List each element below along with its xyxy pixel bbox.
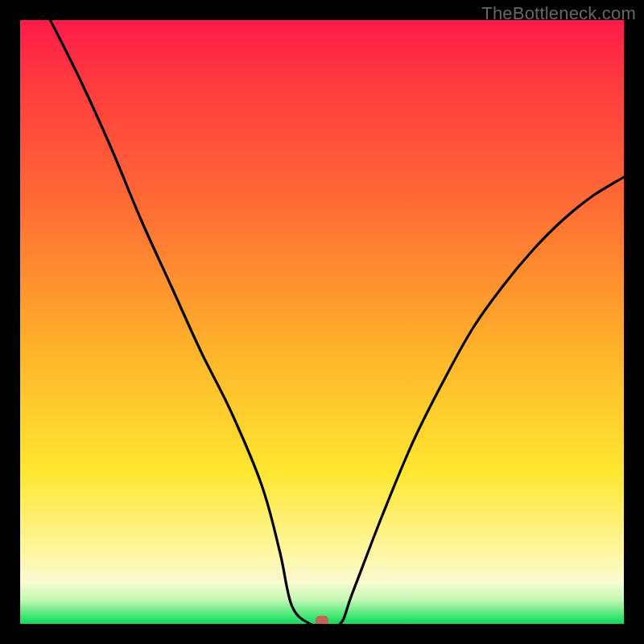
watermark-text: TheBottleneck.com: [481, 3, 636, 24]
chart-frame: TheBottleneck.com: [0, 0, 644, 644]
minimum-marker: [316, 616, 328, 624]
plot-area: [20, 20, 624, 624]
curve-path: [51, 20, 625, 624]
bottleneck-curve: [20, 20, 624, 624]
